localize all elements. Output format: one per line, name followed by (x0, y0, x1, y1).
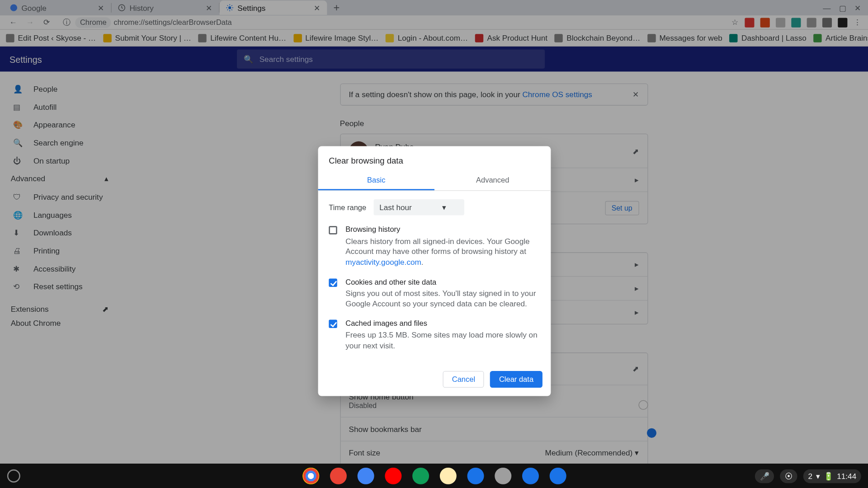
app-gmail[interactable] (330, 468, 346, 484)
status-tray[interactable]: 2 ▾ 🔋 11:44 (803, 469, 861, 483)
wifi-icon: ▾ (816, 471, 820, 480)
clock: 11:44 (837, 471, 856, 480)
mic-icon[interactable]: 🎤 (755, 469, 774, 483)
location-icon[interactable]: ⦿ (780, 469, 797, 483)
option-cache[interactable]: Cached images and filesFrees up 13.5 MB.… (329, 319, 540, 351)
chromeos-shelf: 🎤 ⦿ 2 ▾ 🔋 11:44 (0, 464, 868, 488)
myactivity-link[interactable]: myactivity.google.com (345, 258, 421, 267)
app-gallery[interactable] (495, 468, 511, 484)
app-messages[interactable] (467, 468, 484, 484)
app-settings[interactable] (522, 468, 538, 484)
dialog-tab-advanced[interactable]: Advanced (434, 171, 551, 190)
app-youtube[interactable] (385, 468, 401, 484)
cancel-button[interactable]: Cancel (443, 371, 484, 388)
clear-data-button[interactable]: Clear data (490, 371, 542, 388)
app-files[interactable] (549, 468, 566, 484)
app-notes[interactable] (439, 468, 456, 484)
option-browsing-history[interactable]: Browsing historyClears history from all … (329, 225, 540, 267)
checkbox-browsing-history[interactable] (329, 226, 337, 234)
clear-data-dialog: Clear browsing data Basic Advanced Time … (318, 146, 551, 396)
checkbox-cookies[interactable] (329, 278, 337, 286)
checkbox-cache[interactable] (329, 320, 337, 328)
notification-count: 2 (808, 471, 813, 480)
dialog-title: Clear browsing data (318, 146, 551, 171)
battery-icon: 🔋 (824, 471, 833, 480)
app-docs[interactable] (357, 468, 374, 484)
option-cookies[interactable]: Cookies and other site dataSigns you out… (329, 277, 540, 309)
time-range-label: Time range (329, 203, 366, 211)
dialog-tab-basic[interactable]: Basic (318, 171, 434, 190)
chevron-down-icon: ▾ (442, 203, 446, 212)
app-chrome[interactable] (302, 468, 319, 484)
launcher-button[interactable] (7, 469, 20, 483)
app-sheets[interactable] (412, 468, 429, 484)
time-range-select[interactable]: Last hour▾ (373, 199, 464, 216)
